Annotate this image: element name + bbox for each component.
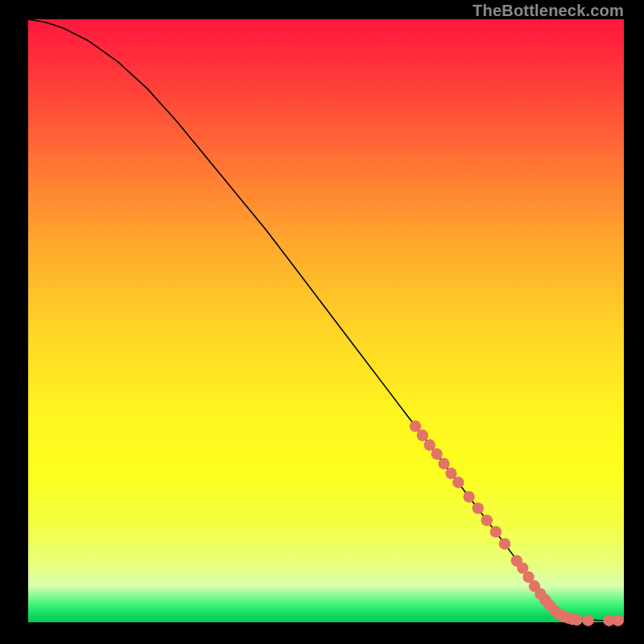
data-markers (410, 420, 624, 626)
data-marker (571, 614, 582, 625)
data-marker (473, 502, 484, 514)
plot-area (28, 19, 624, 622)
data-marker (612, 615, 623, 626)
data-marker (438, 458, 449, 469)
data-marker (582, 615, 593, 626)
data-marker (445, 468, 456, 479)
watermark-text: TheBottleneck.com (473, 2, 624, 20)
data-marker (452, 477, 464, 488)
data-marker (481, 514, 493, 526)
data-marker (431, 448, 442, 460)
data-marker (417, 430, 428, 441)
data-marker (490, 526, 502, 537)
data-marker (463, 491, 474, 502)
data-marker (410, 420, 421, 431)
data-curve (28, 19, 624, 621)
data-marker (424, 440, 436, 451)
data-marker (499, 538, 510, 549)
chart-svg (28, 19, 624, 622)
chart-stage: TheBottleneck.com (0, 0, 644, 644)
